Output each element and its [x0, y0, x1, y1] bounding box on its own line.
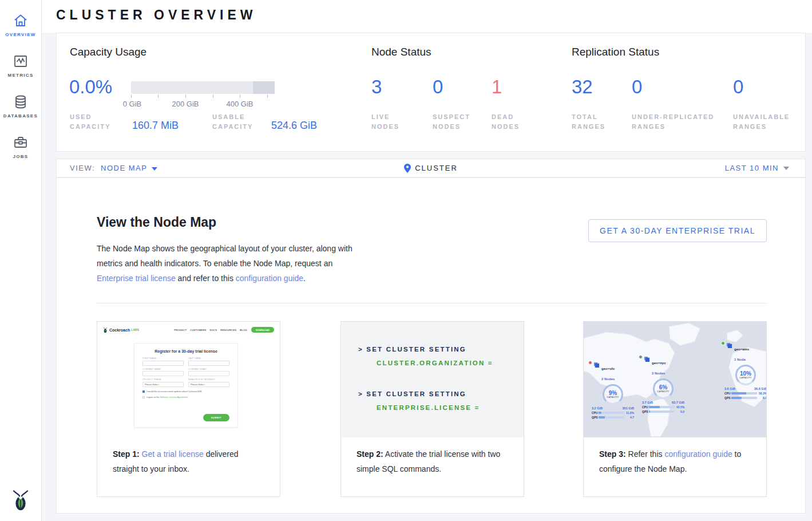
cpu-bar	[731, 392, 757, 394]
get-trial-license-link[interactable]: Get a trial license	[142, 449, 204, 459]
node-stack-icon	[726, 342, 732, 349]
configuration-guide-link[interactable]: configuration guide	[236, 274, 303, 283]
node-map-panel: View the Node Map The Node Map shows the…	[56, 177, 806, 514]
sidebar-item-databases[interactable]: DATABASES	[0, 94, 41, 119]
capacity-label: CAPACITY	[657, 390, 670, 393]
suspect-nodes-label: SUSPECT NODES	[433, 112, 478, 132]
checkbox-checked	[142, 390, 145, 393]
total-capacity: 351 GiB	[623, 406, 634, 410]
capacity-percent: 0.0%	[69, 76, 112, 98]
step-3-caption: Step 3: Refer this configuration guide t…	[584, 437, 766, 496]
sidebar-item-overview[interactable]: OVERVIEW	[0, 13, 41, 37]
sidebar-item-label: METRICS	[7, 73, 33, 78]
used-capacity: 3.7 GiB	[642, 401, 653, 404]
metrics-icon	[13, 53, 29, 69]
enterprise-trial-button[interactable]: GET A 30-DAY ENTERPRISE TRIAL	[588, 219, 767, 242]
cockroachdb-logo	[0, 489, 41, 512]
top-header: CLUSTER OVERVIEW	[42, 0, 812, 33]
capacity-label: CAPACITY	[740, 377, 752, 379]
sql-line: > SET CLUSTER SETTING	[358, 346, 466, 353]
step-1-card: Cockroach LABS PRODUCT CUSTOMERS DOCS RE…	[97, 321, 280, 497]
text-input	[188, 371, 229, 376]
form-title: Register for a 30-day trial license	[142, 349, 229, 353]
text-input	[142, 371, 184, 376]
cpu-label: CPU	[592, 411, 599, 415]
submit-button: SUBMIT	[203, 414, 229, 421]
node-stack-icon	[644, 356, 650, 362]
axis-tick	[267, 94, 268, 98]
node-status-title: Node Status	[371, 46, 431, 58]
axis-label: 200 GiB	[172, 100, 199, 108]
checkbox-label: I would like to receive email updates ab…	[146, 390, 202, 393]
main-area: CLUSTER OVERVIEW Capacity Usage 0.0% 0 G…	[42, 0, 812, 521]
text-input	[188, 361, 229, 366]
used-capacity-label: USED CAPACITY	[70, 112, 121, 132]
total-ranges-value: 32	[572, 76, 593, 98]
sidebar-item-label: DATABASES	[3, 113, 38, 119]
sidebar-item-jobs[interactable]: JOBS	[0, 135, 41, 159]
sql-setting: CLUSTER.ORGANIZATION =	[377, 360, 493, 366]
sidebar: OVERVIEW METRICS DATABASES JOBS	[0, 0, 42, 521]
license-agreement-link: Software License Agreement.	[160, 396, 188, 398]
description-text: and refer to this	[176, 274, 236, 283]
cpu-label: CPU	[642, 405, 649, 409]
step-label: Step 2:	[357, 449, 383, 459]
step-1-caption: Step 1: Get a trial license delivered st…	[97, 437, 280, 496]
description-text: The Node Map shows the geographical layo…	[97, 244, 352, 268]
unavailable-ranges-label: UNAVAILABLE RANGES	[733, 112, 796, 132]
locale-name: geo=sfo	[601, 367, 615, 370]
home-icon	[13, 13, 29, 29]
time-range-dropdown[interactable]: LAST 10 MIN	[725, 164, 789, 172]
capacity-gauge: 9% CAPACITY	[603, 384, 623, 405]
locale-name: geo=nyc	[652, 361, 666, 365]
field-label: PROJECT PHASE	[142, 378, 184, 381]
cpu-bar	[649, 406, 675, 408]
cpu-value: 11.0%	[626, 411, 634, 415]
used-capacity: 3.6 GiB	[724, 387, 735, 390]
axis-tick	[213, 94, 213, 98]
brand-name: Cockroach	[109, 328, 130, 332]
axis-tick	[131, 94, 132, 98]
under-replicated-ranges-value: 0	[632, 76, 642, 98]
capacity-gauge: 6% CAPACITY	[653, 378, 674, 399]
live-nodes-label: LIVE NODES	[371, 112, 417, 132]
axis-label: 400 GiB	[227, 100, 253, 108]
map-locale-nyc: geo=nyc2 Nodes 6% CAPACITY 3.7 GiB63.7 G…	[639, 356, 688, 413]
total-capacity: 36.6 GiB	[754, 387, 766, 390]
checkbox-label: I agree to the Software License Agreemen…	[146, 396, 188, 398]
sidebar-item-label: JOBS	[13, 154, 29, 159]
field-label: REASON FOR INTEREST	[188, 378, 229, 381]
sidebar-item-metrics[interactable]: METRICS	[0, 53, 41, 78]
dead-node-status-icon	[588, 361, 592, 365]
node-map-description: The Node Map shows the geographical layo…	[97, 241, 361, 286]
map-locale-sfo: geo=sfo2 Nodes 9% CAPACITY 3.2 GiB351 Gi…	[588, 362, 637, 419]
database-icon	[13, 94, 29, 110]
used-capacity: 3.2 GiB	[592, 406, 603, 410]
step-label: Step 1:	[113, 449, 140, 459]
capacity-bar	[131, 81, 275, 94]
caption-text: Refer this	[626, 449, 665, 459]
qps-bar	[599, 416, 624, 419]
locale-name: geo=ams	[734, 348, 749, 351]
sidebar-item-label: OVERVIEW	[5, 32, 35, 37]
suspect-nodes-value: 0	[433, 76, 443, 98]
capacity-percent: 10%	[740, 371, 751, 377]
total-ranges-label: TOTAL RANGES	[572, 112, 617, 132]
capacity-percent: 6%	[659, 385, 667, 390]
step-2-card: > SET CLUSTER SETTING CLUSTER.ORGANIZATI…	[340, 321, 524, 497]
live-node-status-icon	[639, 355, 643, 359]
node-map-preview: geo=sfo2 Nodes 9% CAPACITY 3.2 GiB351 Gi…	[584, 322, 766, 437]
locale-node-count: 2 Nodes	[652, 372, 665, 375]
axis-label: 0 GiB	[123, 100, 142, 108]
select-input: Please Select	[188, 382, 229, 387]
breadcrumb-cluster[interactable]: CLUSTER	[415, 164, 458, 172]
brand-suffix: LABS	[131, 328, 139, 331]
axis-tick	[185, 94, 186, 98]
map-locale-ams: geo=ams1 Node 10% CAPACITY 3.6 GiB36.6 G…	[721, 342, 766, 400]
cpu-label: CPU	[724, 392, 731, 395]
field-label: COMPANY NAME	[142, 368, 184, 370]
text-input	[142, 361, 184, 366]
enterprise-trial-license-link[interactable]: Enterprise trial license	[97, 274, 176, 283]
configuration-guide-link[interactable]: configuration guide	[664, 449, 732, 459]
live-node-status-icon	[721, 341, 725, 345]
